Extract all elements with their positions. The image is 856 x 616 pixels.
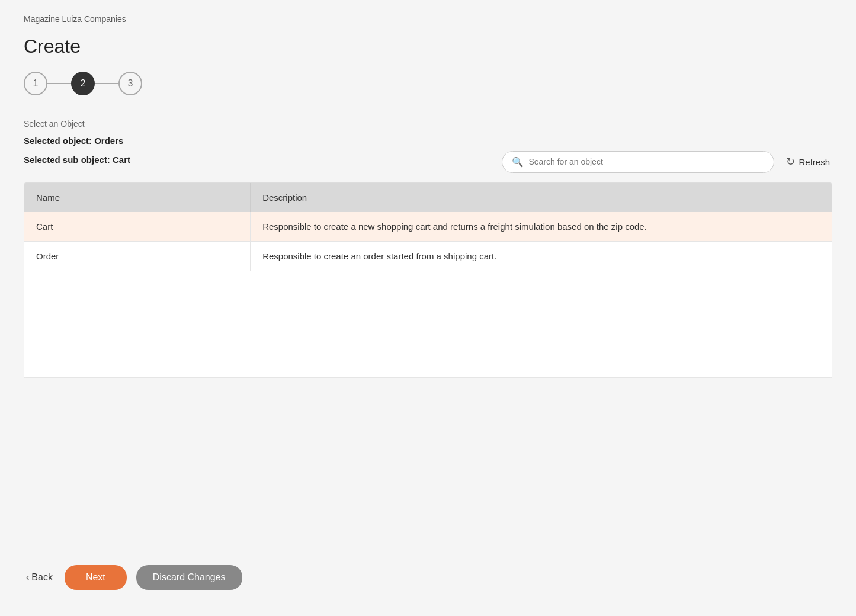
step-line-2 xyxy=(95,83,118,84)
discard-changes-button[interactable]: Discard Changes xyxy=(136,565,242,590)
search-box: 🔍 xyxy=(502,151,774,173)
table-header-row: Name Description xyxy=(24,183,832,212)
col-header-name: Name xyxy=(24,183,251,212)
row-name-cart: Cart xyxy=(24,212,251,242)
row-desc-cart: Responsible to create a new shopping car… xyxy=(251,212,832,242)
objects-table: Name Description Cart Responsible to cre… xyxy=(24,182,832,378)
row-desc-order: Responsible to create an order started f… xyxy=(251,242,832,271)
step-2[interactable]: 2 xyxy=(71,72,95,95)
selected-object-info: Selected object: Orders xyxy=(24,136,832,146)
selected-sub-object-text: Selected sub object: Cart xyxy=(24,155,130,165)
selected-sub-row: Selected sub object: Cart 🔍 ↻ Refresh xyxy=(24,150,832,173)
row-name-order: Order xyxy=(24,242,251,271)
col-header-description: Description xyxy=(251,183,832,212)
back-label: Back xyxy=(31,572,53,583)
selected-object-text: Selected object: Orders xyxy=(24,136,123,146)
back-button[interactable]: ‹ Back xyxy=(24,567,55,588)
breadcrumb: Magazine Luiza Companies xyxy=(24,14,832,24)
refresh-label: Refresh xyxy=(799,157,830,167)
stepper: 1 2 3 xyxy=(24,72,832,95)
step-line-1 xyxy=(47,83,71,84)
breadcrumb-link[interactable]: Magazine Luiza Companies xyxy=(24,14,126,24)
next-button[interactable]: Next xyxy=(65,565,127,590)
back-chevron-icon: ‹ xyxy=(26,572,29,583)
table-row[interactable]: Cart Responsible to create a new shoppin… xyxy=(24,212,832,242)
select-object-label: Select an Object xyxy=(24,119,832,129)
footer-actions: ‹ Back Next Discard Changes xyxy=(24,553,832,602)
content-area: Select an Object Selected object: Orders… xyxy=(24,119,832,553)
table-row[interactable]: Order Responsible to create an order sta… xyxy=(24,242,832,271)
page-container: Magazine Luiza Companies Create 1 2 3 Se… xyxy=(0,0,856,616)
search-icon: 🔍 xyxy=(512,156,524,168)
selected-sub-object-info: Selected sub object: Cart xyxy=(24,155,130,165)
search-input[interactable] xyxy=(528,157,764,166)
refresh-button[interactable]: ↻ Refresh xyxy=(784,150,832,173)
refresh-icon: ↻ xyxy=(786,155,795,168)
step-1[interactable]: 1 xyxy=(24,72,47,95)
step-3[interactable]: 3 xyxy=(118,72,142,95)
table-row-empty xyxy=(24,271,832,378)
page-title: Create xyxy=(24,36,832,57)
